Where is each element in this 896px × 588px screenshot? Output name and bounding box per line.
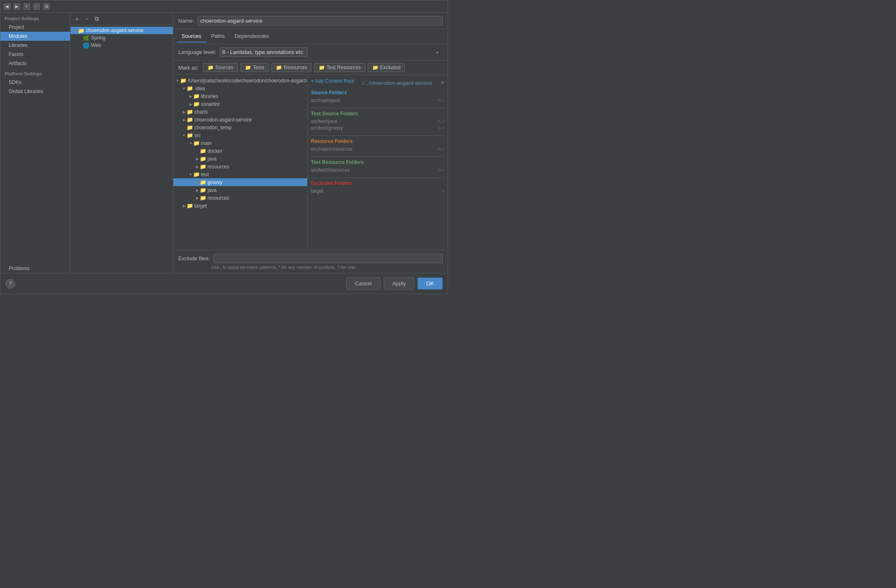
- left-panel: Project Settings Project Modules Librari…: [0, 13, 70, 273]
- remove-module-btn[interactable]: −: [83, 15, 91, 23]
- sonarlint-label: sonarlint: [201, 101, 219, 107]
- name-input[interactable]: [197, 16, 443, 26]
- language-select[interactable]: 8 - Lambdas, type annotations etc.: [219, 47, 308, 57]
- ftree-groovy[interactable]: ▶ 📁 groovy: [173, 178, 307, 186]
- excluded-folder-row-0: target ×: [311, 188, 444, 194]
- mark-tests-btn[interactable]: 📁 Tests: [240, 63, 269, 72]
- test-resource-folder-remove-0[interactable]: ×: [442, 168, 444, 173]
- exclude-input[interactable]: [213, 254, 443, 263]
- source-folder-remove-0[interactable]: ×: [442, 98, 444, 103]
- ftree-choerodon-svc[interactable]: ▶ 📁 choerodon-asgard-service: [173, 116, 307, 124]
- help-btn[interactable]: ?: [5, 279, 15, 289]
- libraries-folder-icon: 📁: [193, 93, 200, 99]
- sidebar-item-facets[interactable]: Facets: [0, 50, 70, 59]
- sidebar-item-artifacts[interactable]: Artifacts: [0, 59, 70, 68]
- remove-btn[interactable]: −: [33, 3, 40, 10]
- exclude-row: Exclude files:: [178, 254, 443, 263]
- resources-main-label: resources: [208, 164, 229, 170]
- module-web[interactable]: 🌐 Web: [70, 42, 173, 49]
- right-panel: Name: Sources Paths Dependencies Languag…: [173, 13, 448, 273]
- ftree-java-main[interactable]: ▶ 📁 java: [173, 155, 307, 163]
- clone-btn[interactable]: ⧉: [43, 3, 50, 10]
- source-folder-actions-0: ✎ ×: [437, 98, 444, 103]
- charts-folder-icon: 📁: [187, 109, 193, 115]
- language-select-wrap: 8 - Lambdas, type annotations etc.: [219, 47, 443, 57]
- test-resource-folder-edit-0[interactable]: ✎: [437, 168, 441, 173]
- arrow-expanded: ▼: [72, 28, 78, 33]
- module-choerodon-asgard[interactable]: ▼ 📁 choerodon-asgard-service: [70, 27, 173, 34]
- target-label: target: [194, 203, 207, 209]
- resources-test-folder-icon: 📁: [200, 195, 206, 201]
- add-content-root-btn[interactable]: + Add Content Root: [311, 78, 354, 84]
- add-module-toolbar-btn[interactable]: +: [73, 15, 81, 23]
- info-title-row: + Add Content Root /.../choerodon-asgard…: [311, 78, 444, 87]
- sidebar-item-sdks[interactable]: SDKs: [0, 78, 70, 87]
- ftree-resources-test[interactable]: ▶ 📁 resources: [173, 194, 307, 202]
- charts-arrow: ▶: [182, 110, 187, 114]
- test-source-folder-remove-0[interactable]: ×: [442, 119, 444, 124]
- info-close-btn[interactable]: ×: [441, 79, 444, 86]
- mark-test-resources-btn[interactable]: 📁 Test Resources: [314, 63, 365, 72]
- forward-btn[interactable]: ▶: [14, 3, 20, 10]
- ftree-root[interactable]: ▼ 📁 /Users/jcalaz/work/code/choerodon/ch…: [173, 77, 307, 84]
- test-arrow: ▼: [188, 173, 193, 177]
- source-folders-title: Source Folders: [311, 90, 444, 96]
- add-module-btn[interactable]: +: [23, 3, 30, 10]
- web-icon: 🌐: [83, 42, 89, 48]
- excluded-icon: 📁: [372, 65, 378, 70]
- ftree-src[interactable]: ▼ 📁 src: [173, 131, 307, 139]
- choerodon-svc-arrow: ▶: [182, 118, 187, 122]
- test-resource-folder-path-0: src/test/resources: [311, 167, 350, 173]
- resource-folder-edit-0[interactable]: ✎: [437, 147, 441, 152]
- resource-folder-remove-0[interactable]: ×: [442, 147, 444, 152]
- web-label: Web: [91, 42, 101, 48]
- tab-paths[interactable]: Paths: [206, 30, 230, 42]
- sidebar-item-problems[interactable]: Problems: [0, 264, 70, 273]
- ftree-target[interactable]: ▶ 📁 target: [173, 202, 307, 210]
- ftree-charts[interactable]: ▶ 📁 charts: [173, 108, 307, 116]
- tab-sources[interactable]: Sources: [177, 30, 206, 42]
- ftree-sonarlint[interactable]: ▶ 📁 sonarlint: [173, 100, 307, 108]
- ftree-choerodon-temp[interactable]: 📁 choerodon_temp: [173, 124, 307, 131]
- sidebar-item-project[interactable]: Project: [0, 23, 70, 32]
- test-source-folder-remove-1[interactable]: ×: [442, 126, 444, 131]
- mark-excluded-btn[interactable]: 📁 Excluded: [368, 63, 405, 72]
- tab-dependencies[interactable]: Dependencies: [230, 30, 274, 42]
- name-label: Name:: [178, 18, 194, 24]
- mark-sources-label: Sources: [215, 65, 233, 70]
- ftree-java-test[interactable]: ▶ 📁 java: [173, 186, 307, 194]
- main-folder-icon: 📁: [193, 140, 200, 146]
- ftree-main[interactable]: ▼ 📁 main: [173, 139, 307, 147]
- back-btn[interactable]: ◀: [4, 3, 10, 10]
- sidebar-item-modules[interactable]: Modules: [0, 32, 70, 41]
- sidebar-item-libraries[interactable]: Libraries: [0, 41, 70, 50]
- excluded-folder-remove-0[interactable]: ×: [442, 189, 444, 194]
- ftree-idea[interactable]: ▼ 📁 .idea: [173, 84, 307, 92]
- copy-module-btn[interactable]: ⧉: [93, 15, 101, 23]
- ftree-resources-main[interactable]: ▶ 📁 resources: [173, 163, 307, 170]
- tests-icon: 📁: [245, 65, 251, 70]
- ok-button[interactable]: OK: [418, 278, 443, 289]
- module-spring[interactable]: 🌿 Spring: [70, 34, 173, 42]
- mark-excluded-label: Excluded: [380, 65, 400, 70]
- sidebar-item-global-libraries[interactable]: Global Libraries: [0, 87, 70, 96]
- source-folder-edit-0[interactable]: ✎: [437, 98, 441, 103]
- platform-settings-title: Platform Settings: [0, 68, 70, 78]
- test-source-folder-edit-1[interactable]: ✎: [437, 126, 441, 131]
- choerodon-temp-folder-icon: 📁: [187, 124, 193, 131]
- test-source-folder-edit-0[interactable]: ✎: [437, 119, 441, 124]
- test-source-folder-path-1: src/test/groovy: [311, 125, 343, 131]
- groovy-folder-icon: 📁: [200, 179, 206, 185]
- mark-resources-btn[interactable]: 📁 Resources: [271, 63, 312, 72]
- ftree-libraries[interactable]: ▶ 📁 libraries: [173, 92, 307, 100]
- groovy-label: groovy: [208, 180, 222, 185]
- mark-sources-btn[interactable]: 📁 Sources: [203, 63, 238, 72]
- mark-as-label: Mark as:: [178, 65, 199, 71]
- language-label: Language level:: [178, 49, 216, 55]
- ftree-test[interactable]: ▼ 📁 test: [173, 170, 307, 178]
- apply-button[interactable]: Apply: [384, 278, 415, 289]
- test-source-folder-actions-0: ✎ ×: [437, 119, 444, 124]
- cancel-button[interactable]: Cancel: [346, 278, 380, 289]
- module-tree: ▼ 📁 choerodon-asgard-service 🌿 Spring 🌐 …: [70, 25, 173, 273]
- ftree-docker[interactable]: 📁 docker: [173, 147, 307, 155]
